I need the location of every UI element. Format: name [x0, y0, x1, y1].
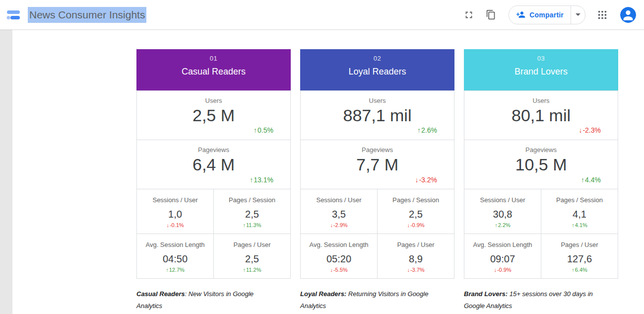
change-value: 4.4% — [585, 176, 601, 184]
app-header: News Consumer Insights Compartir — [0, 0, 644, 30]
change-value: -5.5% — [333, 267, 348, 273]
metric-label: Sessions / User — [464, 196, 541, 204]
share-label: Compartir — [529, 11, 564, 19]
change-value: -0.9% — [410, 222, 425, 228]
metric-value: 04:50 — [137, 253, 213, 265]
scorecard-pages-per-user: Pages / User 127,6 6.4% — [541, 234, 618, 279]
metric-label: Pages / Session — [214, 196, 290, 204]
metric-label: Sessions / User — [301, 196, 377, 204]
change-value: 11.3% — [246, 222, 261, 228]
change-indicator: -5.5% — [301, 267, 377, 273]
change-indicator: 11.2% — [214, 267, 290, 273]
metric-label: Pageviews — [301, 146, 454, 154]
page-margin — [0, 30, 12, 314]
change-value: 6.4% — [575, 267, 587, 273]
apps-grid-button[interactable] — [596, 8, 609, 21]
metric-value: 2,5 — [214, 209, 290, 220]
scorecard-pages-per-session: Pages / Session 4,1 4.1% — [541, 189, 618, 234]
change-indicator: -3.2% — [415, 176, 437, 184]
metric-value: 05:20 — [301, 253, 377, 265]
metric-value: 09:07 — [464, 253, 541, 265]
scorecard-pageviews: Pageviews 6,4 M 13.1% — [136, 140, 291, 190]
report-title[interactable]: News Consumer Insights — [28, 7, 146, 23]
metric-value: 127,6 — [541, 253, 618, 265]
change-value: 12.7% — [169, 267, 185, 273]
trend-arrow-icon — [254, 126, 257, 134]
metric-label: Pageviews — [137, 146, 290, 154]
metric-value: 6,4 M — [137, 155, 290, 174]
scorecard-avg-session-length: Avg. Session Length 05:20 -5.5% — [300, 234, 378, 279]
change-indicator: 6.4% — [541, 267, 618, 273]
copy-icon — [486, 9, 496, 20]
share-button-main[interactable]: Compartir — [509, 6, 571, 24]
change-value: -2.3% — [582, 126, 601, 134]
segment-header: 02 Loyal Readers — [300, 49, 454, 90]
change-value: -2.9% — [333, 222, 348, 228]
segment-footnote: Brand Lovers: 15+ sessions over 30 days … — [464, 288, 599, 312]
scorecard-avg-session-length: Avg. Session Length 04:50 12.7% — [136, 234, 214, 279]
metric-label: Users — [301, 97, 454, 104]
change-value: 2.6% — [421, 126, 437, 134]
metric-value: 7,7 M — [301, 155, 454, 174]
segment-name: Casual Readers — [136, 67, 291, 77]
trend-arrow-icon — [330, 267, 333, 273]
change-indicator: 11.3% — [214, 222, 290, 228]
change-indicator: 12.7% — [137, 267, 213, 273]
segment-number: 02 — [300, 55, 454, 62]
copy-report-button[interactable] — [484, 8, 497, 21]
segment-number: 01 — [136, 55, 291, 62]
trend-arrow-icon — [407, 267, 410, 273]
change-indicator: 4.4% — [581, 176, 601, 184]
metric-label: Sessions / User — [137, 196, 213, 204]
scorecard-sessions-per-user: Sessions / User 30,8 2.2% — [464, 189, 541, 234]
apps-grid-icon — [597, 9, 608, 20]
change-value: -0.9% — [497, 267, 512, 273]
user-avatar[interactable] — [620, 7, 636, 23]
metric-value: 4,1 — [541, 209, 618, 220]
metric-label: Pages / User — [541, 241, 618, 248]
trend-arrow-icon — [166, 222, 169, 228]
fullscreen-icon — [463, 9, 474, 20]
metric-value: 2,5 — [378, 209, 454, 220]
metric-value: 80,1 mil — [464, 106, 618, 125]
trend-arrow-icon — [572, 267, 575, 273]
segment-name: Loyal Readers — [300, 67, 454, 77]
segment-footnote: Casual Readers: New Visitors in Google A… — [136, 288, 271, 312]
change-indicator: 13.1% — [250, 176, 273, 184]
share-dropdown-button[interactable] — [571, 6, 585, 24]
scorecard-users: Users 887,1 mil 2.6% — [300, 90, 454, 140]
person-icon — [620, 7, 636, 23]
change-indicator: -0.9% — [378, 222, 454, 228]
caret-down-icon — [576, 13, 580, 16]
metric-label: Pages / Session — [378, 196, 454, 204]
scorecard-users: Users 80,1 mil -2.3% — [464, 90, 618, 140]
change-value: 4.1% — [575, 222, 587, 228]
scorecard-pages-per-session: Pages / Session 2,5 11.3% — [213, 189, 291, 234]
share-button[interactable]: Compartir — [509, 5, 585, 24]
change-indicator: -0.9% — [464, 267, 541, 273]
scorecard-pageviews: Pageviews 10,5 M 4.4% — [464, 140, 618, 190]
scorecard-users: Users 2,5 M 0.5% — [136, 90, 291, 140]
metric-label: Pages / User — [378, 241, 454, 248]
segment-header: 03 Brand Lovers — [464, 49, 618, 90]
metric-label: Avg. Session Length — [301, 241, 377, 248]
metric-label: Pages / Session — [541, 196, 618, 204]
trend-arrow-icon — [495, 222, 498, 228]
change-indicator: 2.6% — [417, 126, 437, 134]
trend-arrow-icon — [572, 222, 575, 228]
trend-arrow-icon — [415, 176, 418, 184]
change-value: 11.2% — [246, 267, 261, 273]
metric-value: 30,8 — [464, 209, 541, 220]
trend-arrow-icon — [581, 176, 584, 184]
footnote-term: Loyal Readers: — [300, 290, 346, 298]
scorecard-pages-per-user: Pages / User 8,9 -3.7% — [377, 234, 454, 279]
fullscreen-button[interactable] — [462, 8, 475, 21]
scorecard-pages-per-user: Pages / User 2,5 11.2% — [213, 234, 291, 279]
change-value: 2.2% — [498, 222, 511, 228]
metric-value: 2,5 — [214, 253, 290, 265]
footnote-term: Brand Lovers: — [464, 290, 508, 298]
metric-label: Pageviews — [464, 146, 618, 154]
data-studio-logo-icon[interactable] — [6, 7, 22, 22]
metric-label: Users — [137, 97, 290, 104]
metric-label: Pages / User — [214, 241, 290, 248]
